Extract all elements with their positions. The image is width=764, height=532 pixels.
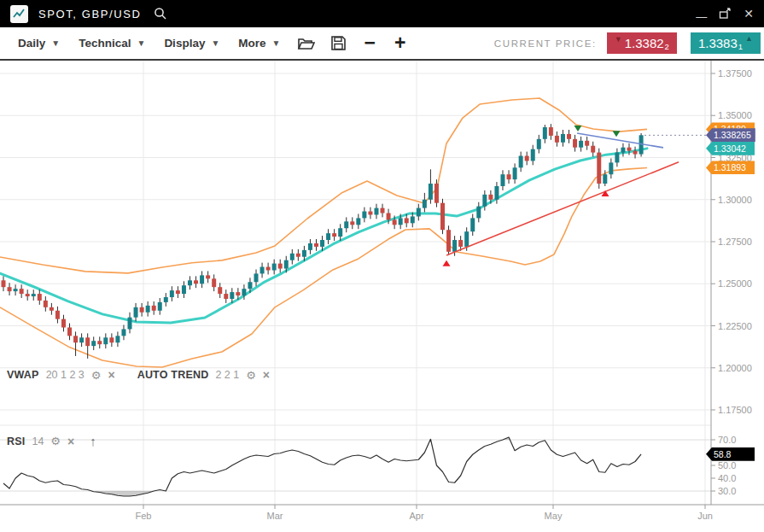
window-controls: — ✕ — [696, 7, 754, 20]
search-icon[interactable] — [154, 7, 167, 20]
svg-text:1.37500: 1.37500 — [718, 68, 752, 79]
bollinger-upper-line — [0, 98, 647, 273]
technical-menu-label: Technical — [79, 37, 131, 50]
sell-marker-icon — [574, 126, 582, 132]
zoom-in-button[interactable]: + — [385, 33, 415, 53]
more-menu-label: More — [238, 37, 265, 50]
display-menu[interactable]: Display▼ — [155, 37, 229, 50]
rsi-remove-icon[interactable]: × — [67, 436, 74, 447]
rsi-indicator-row: RSI 14 ⚙ × ↑ — [7, 435, 96, 447]
minimize-button[interactable]: — — [696, 10, 707, 23]
vwap-remove-icon[interactable]: × — [108, 369, 114, 381]
more-menu[interactable]: More▼ — [229, 37, 289, 50]
toolbar: Daily▼ Technical▼ Display▼ More▼ − + CUR… — [0, 27, 764, 61]
svg-text:1.25000: 1.25000 — [718, 278, 752, 289]
autotrend-indicator-params: 2 2 1 — [215, 369, 239, 381]
arrow-up-icon: ▲ — [745, 34, 753, 43]
svg-text:1.35000: 1.35000 — [718, 110, 752, 120]
bid-price-value: 1.3382 — [625, 36, 664, 50]
price-tag-bb-lower: 1.31893 — [706, 161, 755, 174]
vwap-indicator-params: 20 1 2 3 — [46, 369, 85, 381]
rsi-settings-gear-icon[interactable]: ⚙ — [50, 436, 61, 447]
gridlines — [0, 61, 711, 505]
vwap-settings-gear-icon[interactable]: ⚙ — [91, 370, 102, 381]
svg-text:1.17500: 1.17500 — [718, 405, 752, 415]
rsi-indicator-name: RSI — [7, 436, 25, 447]
arrow-down-icon: ▼ — [615, 35, 622, 44]
chevron-down-icon: ▼ — [272, 38, 281, 48]
display-menu-label: Display — [164, 37, 205, 50]
technical-menu[interactable]: Technical▼ — [69, 37, 155, 50]
zoom-out-button[interactable]: − — [354, 33, 384, 53]
chart-title: SPOT, GBP/USD — [38, 8, 142, 20]
axes: 1.375001.350001.325001.300001.275001.250… — [0, 61, 764, 521]
vwap-line — [0, 149, 647, 323]
app-logo-icon — [10, 5, 28, 23]
rsi-value-tag: 58.8 — [706, 447, 755, 461]
current-price-label: CURRENT PRICE: — [494, 38, 597, 49]
bid-price-badge[interactable]: ▼ 1.3382 2 — [607, 32, 677, 54]
bid-price-pip: 2 — [665, 42, 669, 51]
chevron-down-icon: ▼ — [211, 38, 219, 48]
save-icon[interactable] — [323, 35, 354, 51]
close-button[interactable]: ✕ — [744, 7, 754, 20]
chevron-down-icon: ▼ — [137, 38, 145, 48]
svg-text:May: May — [545, 511, 563, 521]
rsi-move-up-icon[interactable]: ↑ — [90, 435, 96, 447]
restore-button[interactable] — [719, 8, 732, 20]
rsi-indicator-params: 14 — [32, 436, 44, 447]
autotrend-remove-icon[interactable]: × — [263, 369, 270, 381]
open-folder-icon[interactable] — [289, 36, 323, 51]
svg-text:Jun: Jun — [697, 511, 713, 521]
svg-text:Mar: Mar — [267, 511, 283, 521]
timeframe-menu-label: Daily — [18, 37, 45, 50]
svg-text:1.27500: 1.27500 — [718, 237, 752, 247]
svg-text:1.30000: 1.30000 — [718, 195, 752, 205]
ask-price-value: 1.3383 — [698, 36, 738, 50]
chart-canvas[interactable]: 1.375001.350001.325001.300001.275001.250… — [0, 61, 764, 530]
chevron-down-icon: ▼ — [51, 38, 60, 48]
svg-text:1.20000: 1.20000 — [718, 363, 752, 373]
svg-text:Feb: Feb — [136, 511, 152, 521]
svg-text:30.0: 30.0 — [718, 486, 736, 496]
svg-text:70.0: 70.0 — [718, 435, 736, 445]
title-bar: SPOT, GBP/USD — ✕ — [0, 0, 764, 27]
sell-marker-icon — [613, 131, 621, 137]
bollinger-lower-line — [0, 168, 647, 367]
current-price-zone: CURRENT PRICE: ▼ 1.3382 2 1.3383 1 ▲ — [494, 32, 761, 54]
autotrend-indicator-name: AUTO TREND — [137, 369, 209, 381]
chart-area[interactable]: 1.375001.350001.325001.300001.275001.250… — [0, 61, 764, 530]
price-tag-vwap: 1.33042 — [706, 142, 755, 155]
buy-marker-icon — [443, 260, 451, 266]
svg-text:1.22500: 1.22500 — [718, 321, 752, 331]
ask-price-badge[interactable]: 1.3383 1 ▲ — [691, 32, 761, 54]
svg-text:Apr: Apr — [409, 511, 423, 521]
price-tag-last-price: 1.338265 — [706, 128, 755, 142]
vwap-indicator-name: VWAP — [7, 369, 39, 381]
rsi-oversold-fill — [3, 437, 641, 496]
ask-price-pip: 1 — [738, 42, 743, 51]
autotrend-settings-gear-icon[interactable]: ⚙ — [246, 370, 256, 381]
vwap-indicator-row: VWAP 20 1 2 3 ⚙ × AUTO TREND 2 2 1 ⚙ × — [7, 369, 270, 381]
timeframe-menu[interactable]: Daily▼ — [9, 37, 69, 50]
svg-text:40.0: 40.0 — [718, 473, 736, 483]
rsi-line — [3, 437, 641, 496]
svg-text:50.0: 50.0 — [718, 460, 736, 471]
rsi-overbought-fill — [3, 437, 641, 496]
